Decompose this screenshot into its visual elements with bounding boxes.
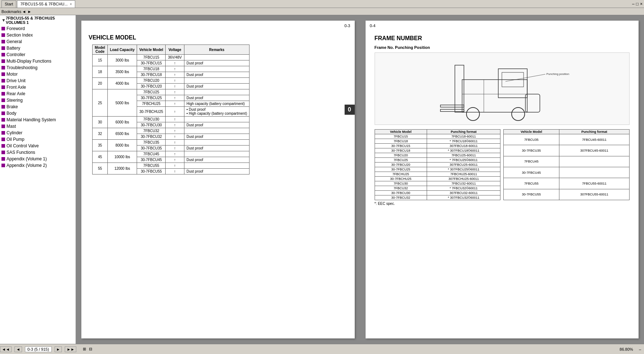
- nav-prev[interactable]: ◄: [14, 346, 22, 352]
- nav-first[interactable]: ◄◄: [0, 346, 12, 352]
- sidebar-item-cylinder[interactable]: Cylinder: [0, 130, 76, 136]
- sidebar-item-label: Body: [7, 111, 16, 116]
- sidebar-item-motor[interactable]: Motor: [0, 71, 76, 77]
- col-voltage: Voltage: [166, 45, 184, 55]
- col-vehicle-model: Vehicle Model: [137, 45, 166, 55]
- sidebar-item-drive-unit[interactable]: Drive Unit: [0, 77, 76, 84]
- sidebar-item-brake[interactable]: Brake: [0, 104, 76, 110]
- sidebar-item-mast[interactable]: Mast: [0, 123, 76, 130]
- sidebar-item-label: Mast: [7, 124, 16, 129]
- right-page-content: FRAME NUMBER Frame No. Punching Position: [369, 24, 635, 209]
- sidebar-item-battery[interactable]: Battery: [0, 45, 76, 51]
- sidebar-item-material-handling-system[interactable]: Material Handling System: [0, 117, 76, 123]
- nav-last[interactable]: ►►: [65, 346, 76, 352]
- bookmarks-label: Bookmarks: [1, 9, 21, 14]
- sidebar-item-label: Rear Axle: [7, 91, 25, 96]
- sidebar-item-sas-functions[interactable]: SAS Functions: [0, 149, 76, 156]
- sidebar-item-label: General: [7, 39, 22, 44]
- sidebar-item-label: Oil Control Valve: [7, 143, 39, 148]
- forklift-svg: Punching position: [433, 54, 571, 123]
- sidebar-item-label: Battery: [7, 46, 20, 51]
- col-load-capacity: Load Capacity: [107, 45, 137, 55]
- sidebar-item-body[interactable]: Body: [0, 110, 76, 117]
- content-area: 0-3 VEHICLE MODEL ModelCode Load Capacit…: [76, 15, 644, 344]
- frame-table: Vehicle ModelPunching format7FBCU357FBCU…: [503, 129, 630, 200]
- sidebar-root[interactable]: ▼ 7FBCU15-55 & 7FBCHU25 VOLUMES 1: [0, 15, 76, 25]
- table-row: 7FBCU307FBCU32-60011: [375, 181, 500, 186]
- sidebar-item-icon: [1, 53, 5, 56]
- bottom-icon2[interactable]: ⊟: [89, 347, 92, 351]
- sidebar-item-steering[interactable]: Steering: [0, 97, 76, 104]
- table-row: 5512000 lbs7FBCU55↑: [93, 163, 250, 169]
- main-layout: ▼ 7FBCU15-55 & 7FBCHU25 VOLUMES 1 Forewo…: [0, 15, 644, 344]
- sidebar-item-label: Oil Pump: [7, 137, 24, 142]
- sidebar-item-icon: [1, 33, 5, 37]
- sidebar-item-label: Foreword: [7, 26, 25, 31]
- sidebar-item-general[interactable]: General: [0, 38, 76, 45]
- table-row: 255000 lbs7FBCU25↑: [93, 89, 250, 95]
- table-row: 30-7FBCU32* 307FBCU32©60011: [375, 195, 500, 200]
- top-bar: Start 7FBCU15-55 & 7FBCHU... × – □ ×: [0, 0, 644, 8]
- doc-tab[interactable]: 7FBCU15-55 & 7FBCHU... ×: [17, 0, 75, 8]
- sidebar-item-front-axle[interactable]: Front Axle: [0, 84, 76, 90]
- table-row: 358000 lbs7FBCU35↑: [93, 140, 250, 146]
- sidebar-item-icon: [1, 40, 5, 43]
- tab-area: Start 7FBCU15-55 & 7FBCHU... ×: [1, 0, 632, 8]
- table-row: 30-7FBCU30307FBCU32-60011: [375, 191, 500, 195]
- sidebar-item-label: Troubleshooting: [7, 65, 38, 70]
- page-indicator[interactable]: 0-3 (5 / 915): [25, 346, 52, 352]
- sidebar-item-icon: [1, 111, 5, 115]
- sidebar-item-label: Motor: [7, 72, 18, 77]
- sidebar-item-icon: [1, 164, 5, 167]
- zoom-level: 86.80%: [620, 347, 633, 351]
- sidebar-item-troubleshooting[interactable]: Troubleshooting: [0, 64, 76, 71]
- sidebar-item-icon: [1, 144, 5, 148]
- sidebar-item-multi-display-functions[interactable]: Multi-Display Functions: [0, 58, 76, 64]
- sidebar-item-icon: [1, 131, 5, 135]
- sidebar-item-rear-axle[interactable]: Rear Axle: [0, 90, 76, 97]
- sidebar-root-label: 7FBCU15-55 & 7FBCHU25 VOLUMES 1: [6, 16, 74, 25]
- expand-arrow[interactable]: ▼: [1, 18, 6, 23]
- sidebar-item-icon: [1, 92, 5, 96]
- nav-next[interactable]: ►: [55, 346, 62, 352]
- sidebar-item-section-index[interactable]: Section Index: [0, 32, 76, 38]
- bookmarks-prev[interactable]: ◄: [22, 9, 26, 14]
- table-row: 7FBCU157FBCU18-60011: [375, 134, 500, 139]
- col-model-code: ModelCode: [93, 45, 108, 55]
- table-row: 153000 lbs7FBCU1536V/48V: [93, 55, 250, 60]
- bookmarks-bar: Bookmarks ◄ ►: [0, 8, 644, 15]
- frame-tables: Vehicle ModelPunching format7FBCU157FBCU…: [375, 129, 630, 200]
- close-tab-icon[interactable]: ×: [70, 2, 72, 6]
- sidebar-item-oil-pump[interactable]: Oil Pump: [0, 136, 76, 143]
- sidebar-item-label: Material Handling System: [7, 117, 56, 122]
- sidebar-item-label: Section Index: [7, 33, 33, 38]
- table-row: 30-7FBCHU25307FBCHU25-60011: [375, 177, 500, 181]
- frame-table: Vehicle ModelPunching format7FBCU157FBCU…: [375, 129, 501, 200]
- sidebar-item-appendix-volume-2[interactable]: Appendix (Volume 2): [0, 162, 76, 169]
- table-row: 7FBCHU257FBCHU25-60011: [375, 172, 500, 177]
- start-tab[interactable]: Start: [1, 0, 16, 8]
- sidebar-item-oil-control-valve[interactable]: Oil Control Valve: [0, 143, 76, 149]
- sidebar-items: ForewordSection IndexGeneralBatteryContr…: [0, 25, 76, 169]
- bottom-bar: ◄◄ ◄ 0-3 (5 / 915) ► ►► ⊞ ⊟ 86.80% –: [0, 344, 644, 354]
- right-page: 0-4 FRAME NUMBER Frame No. Punching Posi…: [366, 21, 639, 338]
- sidebar-item-label: Brake: [7, 104, 18, 109]
- sidebar-item-label: Appendix (Volume 2): [7, 163, 47, 168]
- bottom-icon1[interactable]: ⊞: [83, 347, 86, 351]
- table-row: 7FBCU25* 7FBCU25©60011: [375, 158, 500, 163]
- table-row: 30-7FBCU20307FBCU25-60011: [375, 163, 500, 167]
- zoom-out-btn[interactable]: –: [639, 347, 641, 351]
- table-row: 7FBCU557FBCU55-60011: [504, 178, 630, 189]
- vehicle-model-title: VEHICLE MODEL: [89, 34, 351, 41]
- sidebar-item-foreword[interactable]: Foreword: [0, 25, 76, 32]
- right-page-number: 0-4: [370, 24, 376, 28]
- sidebar-item-label: Drive Unit: [7, 78, 26, 83]
- sidebar-item-controller[interactable]: Controller: [0, 51, 76, 58]
- sidebar-item-appendix-volume-1[interactable]: Appendix (Volume 1): [0, 156, 76, 162]
- sidebar-item-label: SAS Functions: [7, 150, 35, 155]
- sidebar-item-icon: [1, 66, 5, 69]
- sidebar-item-icon: [1, 98, 5, 102]
- vehicle-model-table: ModelCode Load Capacity Vehicle Model Vo…: [92, 45, 250, 174]
- sidebar-item-label: Multi-Display Functions: [7, 59, 51, 64]
- bookmarks-next[interactable]: ►: [27, 9, 31, 14]
